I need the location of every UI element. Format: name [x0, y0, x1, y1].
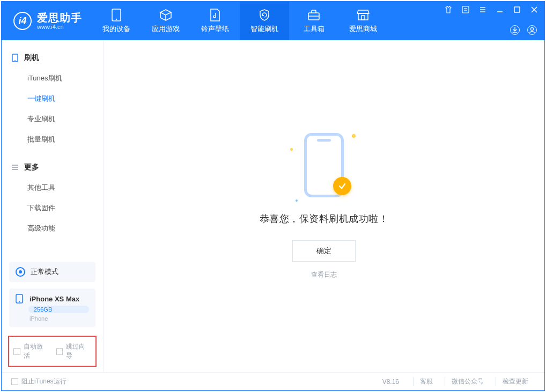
nav-label: 爱思商城 [349, 24, 377, 34]
sidebar-item-oneclick-flash[interactable]: 一键刷机 [2, 88, 103, 109]
brand-title: 爱思助手 [37, 12, 82, 24]
checkbox-label: 阻止iTunes运行 [21, 377, 67, 386]
minimize-button[interactable] [495, 5, 505, 14]
header-action-buttons [510, 25, 537, 35]
version-label: V8.16 [382, 378, 399, 386]
status-link-support[interactable]: 客服 [413, 377, 439, 386]
checkbox-block-itunes[interactable]: 阻止iTunes运行 [11, 377, 67, 386]
titlebar: i4 爱思助手 www.i4.cn 我的设备 应用游戏 [2, 2, 544, 40]
sidebar-group-title: 更多 [24, 162, 39, 172]
success-message: 恭喜您，保资料刷机成功啦！ [260, 212, 389, 225]
app-window: i4 爱思助手 www.i4.cn 我的设备 应用游戏 [1, 1, 545, 391]
brand-text: 爱思助手 www.i4.cn [37, 12, 82, 30]
svg-rect-5 [361, 16, 365, 20]
device-capacity: 256GB [28, 306, 89, 313]
store-icon [356, 8, 370, 22]
svg-rect-6 [462, 6, 469, 13]
checkbox-label: 跳过向导 [66, 342, 91, 360]
sidebar-item-batch-flash[interactable]: 批量刷机 [2, 129, 103, 150]
sidebar-group-more: 更多 [2, 159, 103, 177]
phone-icon [11, 54, 19, 62]
sidebar-group-title: 刷机 [24, 53, 39, 63]
success-illustration [289, 133, 359, 203]
feedback-icon[interactable] [461, 5, 470, 14]
svg-rect-4 [358, 13, 368, 20]
checkbox-auto-activate[interactable]: 自动激活 [13, 342, 49, 360]
status-link-update[interactable]: 检查更新 [496, 377, 535, 386]
device-model: iPhone [29, 315, 89, 322]
download-button[interactable] [510, 25, 520, 35]
sparkle-icon [352, 134, 356, 138]
music-file-icon [208, 8, 222, 22]
sidebar-item-itunes-flash[interactable]: iTunes刷机 [2, 68, 103, 88]
cube-icon [159, 8, 173, 22]
sparkle-icon [290, 148, 293, 151]
nav-label: 铃声壁纸 [201, 24, 229, 34]
top-nav: 我的设备 应用游戏 铃声壁纸 智能刷机 [92, 2, 388, 40]
nav-label: 我的设备 [102, 24, 130, 34]
maximize-button[interactable] [512, 5, 522, 14]
more-icon [11, 164, 19, 171]
device-name: iPhone XS Max [29, 295, 79, 303]
shield-refresh-icon [257, 8, 271, 22]
status-link-wechat[interactable]: 微信公众号 [445, 377, 490, 386]
nav-label: 工具箱 [304, 24, 324, 34]
sidebar: 刷机 iTunes刷机 一键刷机 专业刷机 批量刷机 更多 其他工具 下载固件 … [2, 40, 104, 372]
checkbox-label: 自动激活 [24, 342, 49, 360]
svg-point-16 [530, 27, 533, 30]
close-button[interactable] [529, 5, 539, 14]
sidebar-item-advanced[interactable]: 高级功能 [2, 218, 103, 239]
brand-logo-icon: i4 [13, 12, 32, 30]
check-badge-icon [333, 177, 351, 195]
main-content: 恭喜您，保资料刷机成功啦！ 确定 查看日志 [104, 40, 544, 372]
sidebar-group-flash: 刷机 [2, 50, 103, 68]
device-icon [109, 8, 123, 22]
svg-point-18 [14, 60, 16, 61]
brand: i4 爱思助手 www.i4.cn [2, 2, 92, 40]
menu-icon[interactable] [478, 5, 488, 14]
nav-my-device[interactable]: 我的设备 [92, 2, 141, 40]
mode-label: 正常模式 [31, 267, 58, 277]
tshirt-icon[interactable] [444, 5, 453, 14]
device-tile[interactable]: iPhone XS Max 256GB iPhone [9, 289, 95, 327]
account-button[interactable] [527, 25, 537, 35]
checkbox-icon [13, 348, 20, 355]
view-log-link[interactable]: 查看日志 [311, 270, 337, 279]
nav-label: 应用游戏 [152, 24, 180, 34]
nav-smart-flash[interactable]: 智能刷机 [240, 2, 289, 40]
checkbox-icon [11, 378, 18, 385]
svg-point-1 [116, 19, 117, 20]
sidebar-item-pro-flash[interactable]: 专业刷机 [2, 109, 103, 129]
nav-label: 智能刷机 [250, 24, 278, 34]
brand-subtitle: www.i4.cn [37, 24, 82, 30]
body: 刷机 iTunes刷机 一键刷机 专业刷机 批量刷机 更多 其他工具 下载固件 … [2, 40, 544, 372]
sparkle-icon [296, 199, 298, 202]
statusbar: 阻止iTunes运行 V8.16 客服 微信公众号 检查更新 [2, 372, 544, 390]
nav-ringtone-wallpaper[interactable]: 铃声壁纸 [190, 2, 240, 40]
sidebar-item-other-tools[interactable]: 其他工具 [2, 177, 103, 198]
mode-tile[interactable]: 正常模式 [9, 262, 95, 282]
nav-store[interactable]: 爱思商城 [338, 2, 388, 40]
bottom-options-highlight: 自动激活 跳过向导 [8, 336, 97, 367]
sidebar-item-download-firmware[interactable]: 下载固件 [2, 198, 103, 218]
device-phone-icon [16, 294, 25, 304]
mode-icon [16, 267, 25, 277]
checkbox-skip-guide[interactable]: 跳过向导 [56, 342, 92, 360]
nav-apps-games[interactable]: 应用游戏 [141, 2, 190, 40]
nav-toolbox[interactable]: 工具箱 [289, 2, 338, 40]
toolbox-icon [307, 8, 321, 22]
window-controls [444, 5, 539, 14]
ok-button[interactable]: 确定 [292, 240, 356, 262]
svg-rect-13 [514, 7, 520, 12]
svg-point-23 [19, 301, 20, 302]
checkbox-icon [56, 348, 63, 355]
